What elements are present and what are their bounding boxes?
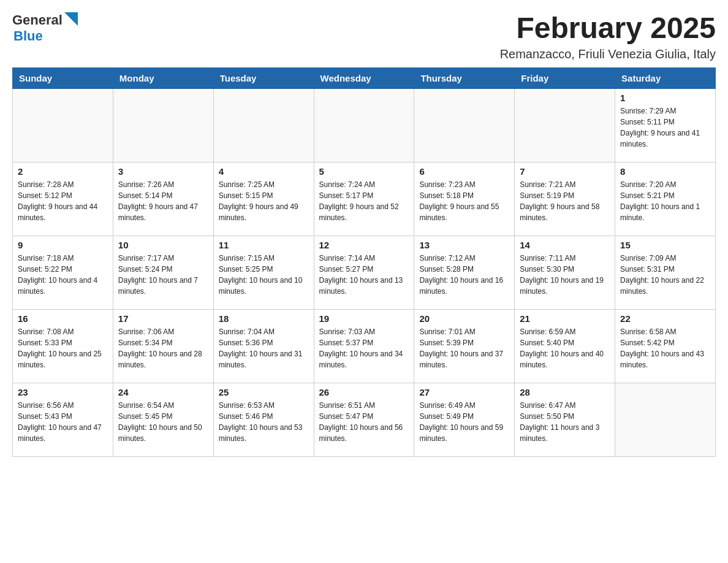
title-block: February 2025 Remanzacco, Friuli Venezia… xyxy=(500,12,716,61)
calendar-cell: 6Sunrise: 7:23 AM Sunset: 5:18 PM Daylig… xyxy=(414,162,515,236)
day-info: Sunrise: 6:56 AM Sunset: 5:43 PM Dayligh… xyxy=(18,400,108,444)
day-number: 3 xyxy=(118,166,208,177)
day-info: Sunrise: 7:03 AM Sunset: 5:37 PM Dayligh… xyxy=(319,326,409,370)
day-number: 28 xyxy=(520,387,610,397)
calendar-cell xyxy=(13,88,113,162)
calendar-cell: 21Sunrise: 6:59 AM Sunset: 5:40 PM Dayli… xyxy=(515,309,615,383)
header-friday: Friday xyxy=(515,67,615,88)
day-number: 21 xyxy=(520,313,610,324)
day-info: Sunrise: 7:28 AM Sunset: 5:12 PM Dayligh… xyxy=(18,179,108,223)
day-info: Sunrise: 6:53 AM Sunset: 5:46 PM Dayligh… xyxy=(219,400,309,444)
header-sunday: Sunday xyxy=(13,67,113,88)
calendar-body: 1Sunrise: 7:29 AM Sunset: 5:11 PM Daylig… xyxy=(13,88,716,456)
month-title: February 2025 xyxy=(500,12,716,45)
day-number: 11 xyxy=(219,240,309,250)
calendar-week-row: 1Sunrise: 7:29 AM Sunset: 5:11 PM Daylig… xyxy=(13,88,716,162)
calendar-week-row: 23Sunrise: 6:56 AM Sunset: 5:43 PM Dayli… xyxy=(13,383,716,456)
calendar-cell: 2Sunrise: 7:28 AM Sunset: 5:12 PM Daylig… xyxy=(13,162,113,236)
calendar-cell: 23Sunrise: 6:56 AM Sunset: 5:43 PM Dayli… xyxy=(13,383,113,456)
day-info: Sunrise: 7:04 AM Sunset: 5:36 PM Dayligh… xyxy=(219,326,309,370)
day-number: 6 xyxy=(419,166,509,177)
day-info: Sunrise: 7:18 AM Sunset: 5:22 PM Dayligh… xyxy=(18,253,108,297)
day-info: Sunrise: 7:23 AM Sunset: 5:18 PM Dayligh… xyxy=(419,179,509,223)
calendar-cell: 17Sunrise: 7:06 AM Sunset: 5:34 PM Dayli… xyxy=(113,309,213,383)
calendar-week-row: 16Sunrise: 7:08 AM Sunset: 5:33 PM Dayli… xyxy=(13,309,716,383)
day-number: 26 xyxy=(319,387,409,397)
calendar-week-row: 2Sunrise: 7:28 AM Sunset: 5:12 PM Daylig… xyxy=(13,162,716,236)
day-info: Sunrise: 7:25 AM Sunset: 5:15 PM Dayligh… xyxy=(219,179,309,223)
calendar-cell xyxy=(213,88,314,162)
day-number: 15 xyxy=(620,240,710,250)
day-info: Sunrise: 7:21 AM Sunset: 5:19 PM Dayligh… xyxy=(520,179,610,223)
day-number: 2 xyxy=(18,166,108,177)
day-number: 17 xyxy=(118,313,208,324)
calendar-cell: 27Sunrise: 6:49 AM Sunset: 5:49 PM Dayli… xyxy=(414,383,515,456)
day-info: Sunrise: 7:20 AM Sunset: 5:21 PM Dayligh… xyxy=(620,179,710,223)
day-info: Sunrise: 7:08 AM Sunset: 5:33 PM Dayligh… xyxy=(18,326,108,370)
day-info: Sunrise: 6:47 AM Sunset: 5:50 PM Dayligh… xyxy=(520,400,610,444)
calendar-cell xyxy=(515,88,615,162)
day-info: Sunrise: 7:29 AM Sunset: 5:11 PM Dayligh… xyxy=(620,105,710,150)
logo-general-text: General xyxy=(12,12,63,28)
calendar-cell xyxy=(615,383,716,456)
day-info: Sunrise: 7:01 AM Sunset: 5:39 PM Dayligh… xyxy=(419,326,509,370)
day-number: 16 xyxy=(18,313,108,324)
calendar-cell: 14Sunrise: 7:11 AM Sunset: 5:30 PM Dayli… xyxy=(515,236,615,309)
day-number: 4 xyxy=(219,166,309,177)
day-number: 24 xyxy=(118,387,208,397)
header-monday: Monday xyxy=(113,67,213,88)
calendar-cell xyxy=(314,88,414,162)
header-tuesday: Tuesday xyxy=(213,67,314,88)
day-info: Sunrise: 7:09 AM Sunset: 5:31 PM Dayligh… xyxy=(620,253,710,297)
calendar-cell: 10Sunrise: 7:17 AM Sunset: 5:24 PM Dayli… xyxy=(113,236,213,309)
day-number: 25 xyxy=(219,387,309,397)
day-number: 22 xyxy=(620,313,710,324)
calendar-cell: 11Sunrise: 7:15 AM Sunset: 5:25 PM Dayli… xyxy=(213,236,314,309)
day-info: Sunrise: 7:24 AM Sunset: 5:17 PM Dayligh… xyxy=(319,179,409,223)
calendar-header: Sunday Monday Tuesday Wednesday Thursday… xyxy=(13,67,716,88)
calendar-cell: 4Sunrise: 7:25 AM Sunset: 5:15 PM Daylig… xyxy=(213,162,314,236)
calendar-cell: 15Sunrise: 7:09 AM Sunset: 5:31 PM Dayli… xyxy=(615,236,716,309)
calendar-cell: 12Sunrise: 7:14 AM Sunset: 5:27 PM Dayli… xyxy=(314,236,414,309)
day-number: 10 xyxy=(118,240,208,250)
day-info: Sunrise: 7:26 AM Sunset: 5:14 PM Dayligh… xyxy=(118,179,208,223)
day-number: 5 xyxy=(319,166,409,177)
calendar-cell: 13Sunrise: 7:12 AM Sunset: 5:28 PM Dayli… xyxy=(414,236,515,309)
calendar-cell xyxy=(414,88,515,162)
day-number: 7 xyxy=(520,166,610,177)
day-number: 1 xyxy=(620,93,710,103)
page-header: General Blue February 2025 Remanzacco, F… xyxy=(12,12,716,61)
calendar-cell: 3Sunrise: 7:26 AM Sunset: 5:14 PM Daylig… xyxy=(113,162,213,236)
day-number: 12 xyxy=(319,240,409,250)
calendar-cell: 18Sunrise: 7:04 AM Sunset: 5:36 PM Dayli… xyxy=(213,309,314,383)
day-info: Sunrise: 6:51 AM Sunset: 5:47 PM Dayligh… xyxy=(319,400,409,444)
day-info: Sunrise: 7:14 AM Sunset: 5:27 PM Dayligh… xyxy=(319,253,409,297)
day-info: Sunrise: 7:15 AM Sunset: 5:25 PM Dayligh… xyxy=(219,253,309,297)
day-number: 9 xyxy=(18,240,108,250)
location-subtitle: Remanzacco, Friuli Venezia Giulia, Italy xyxy=(500,47,716,61)
calendar-cell: 8Sunrise: 7:20 AM Sunset: 5:21 PM Daylig… xyxy=(615,162,716,236)
day-info: Sunrise: 6:54 AM Sunset: 5:45 PM Dayligh… xyxy=(118,400,208,444)
calendar-cell: 9Sunrise: 7:18 AM Sunset: 5:22 PM Daylig… xyxy=(13,236,113,309)
calendar-cell: 1Sunrise: 7:29 AM Sunset: 5:11 PM Daylig… xyxy=(615,88,716,162)
day-info: Sunrise: 7:12 AM Sunset: 5:28 PM Dayligh… xyxy=(419,253,509,297)
weekday-header-row: Sunday Monday Tuesday Wednesday Thursday… xyxy=(13,67,716,88)
day-number: 19 xyxy=(319,313,409,324)
day-info: Sunrise: 7:17 AM Sunset: 5:24 PM Dayligh… xyxy=(118,253,208,297)
logo-blue-text: Blue xyxy=(13,28,43,44)
day-number: 23 xyxy=(18,387,108,397)
day-info: Sunrise: 6:58 AM Sunset: 5:42 PM Dayligh… xyxy=(620,326,710,370)
day-number: 18 xyxy=(219,313,309,324)
logo: General Blue xyxy=(12,12,78,44)
header-wednesday: Wednesday xyxy=(314,67,414,88)
calendar-cell: 7Sunrise: 7:21 AM Sunset: 5:19 PM Daylig… xyxy=(515,162,615,236)
calendar-cell xyxy=(113,88,213,162)
day-number: 13 xyxy=(419,240,509,250)
day-info: Sunrise: 7:11 AM Sunset: 5:30 PM Dayligh… xyxy=(520,253,610,297)
calendar-cell: 19Sunrise: 7:03 AM Sunset: 5:37 PM Dayli… xyxy=(314,309,414,383)
header-thursday: Thursday xyxy=(414,67,515,88)
day-number: 14 xyxy=(520,240,610,250)
calendar-table: Sunday Monday Tuesday Wednesday Thursday… xyxy=(12,67,716,457)
calendar-cell: 20Sunrise: 7:01 AM Sunset: 5:39 PM Dayli… xyxy=(414,309,515,383)
calendar-cell: 25Sunrise: 6:53 AM Sunset: 5:46 PM Dayli… xyxy=(213,383,314,456)
